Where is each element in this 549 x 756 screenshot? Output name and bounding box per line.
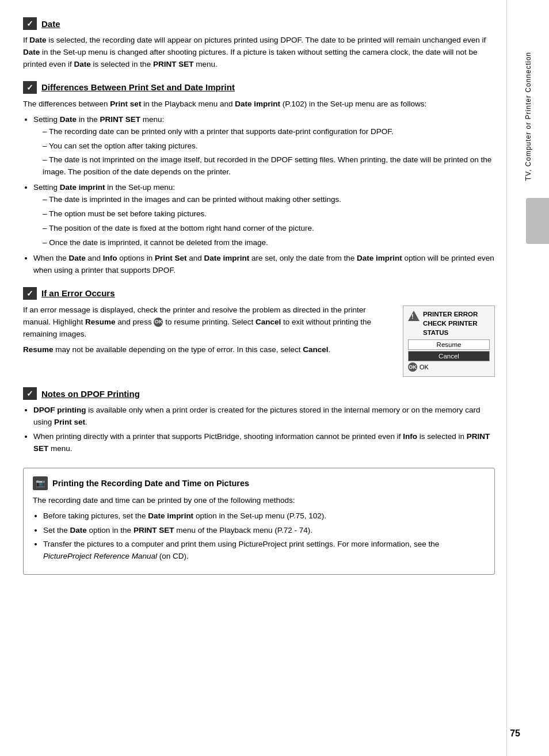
differences-title: Differences Between Print Set and Date I… <box>41 82 235 92</box>
error-body-container: If an error message is displayed, check … <box>23 304 495 377</box>
page-number: 75 <box>510 728 520 739</box>
error-para2: Resume may not be available depending on… <box>23 344 394 356</box>
list-item: The date is not imprinted on the image i… <box>43 154 495 178</box>
list-item: Set the Date option in the PRINT SET men… <box>43 525 485 537</box>
list-item: When the Date and Info options in Print … <box>33 253 495 277</box>
printer-cancel-item[interactable]: Cancel <box>408 351 490 361</box>
error-text-block: If an error message is displayed, check … <box>23 304 394 360</box>
sidebar-label: TV, Computer or Printer Connection <box>524 52 532 181</box>
list-item: The option must be set before taking pic… <box>43 208 495 220</box>
sidebar: TV, Computer or Printer Connection <box>506 0 549 756</box>
list-item: Before taking pictures, set the Date imp… <box>43 510 485 522</box>
error-para1: If an error message is displayed, check … <box>23 304 394 341</box>
warning-icon <box>408 311 420 321</box>
differences-intro: The differences between Print set in the… <box>23 98 495 110</box>
recording-date-list: Before taking pictures, set the Date imp… <box>43 510 485 563</box>
list-item: You can set the option after taking pict… <box>43 140 495 152</box>
printer-error-dialog: PRINTER ERROR CHECK PRINTER STATUS Resum… <box>403 306 495 377</box>
list-item: Setting Date in the PRINT SET menu: The … <box>33 114 495 179</box>
date-title: Date <box>41 19 60 29</box>
dpof-title: Notes on DPOF Printing <box>41 389 140 399</box>
error-title: If an Error Occurs <box>41 288 115 298</box>
recording-date-intro: The recording date and time can be print… <box>33 495 485 507</box>
camera-icon <box>33 476 48 490</box>
list-item: DPOF printing is available only when a p… <box>33 404 495 429</box>
list-item: Setting Date imprint in the Set-up menu:… <box>33 182 495 249</box>
dpof-section-heading: Notes on DPOF Printing <box>23 387 495 400</box>
check-icon-date <box>23 17 37 30</box>
list-item: Once the date is imprinted, it cannot be… <box>43 237 495 249</box>
printer-ok-row: OK OK <box>408 362 490 372</box>
recording-date-heading: Printing the Recording Date and Time on … <box>33 476 485 490</box>
list-item: The position of the date is fixed at the… <box>43 223 495 235</box>
sidebar-tab <box>526 198 549 244</box>
differences-list: Setting Date in the PRINT SET menu: The … <box>33 114 495 277</box>
list-item: The recording date can be printed only w… <box>43 126 495 138</box>
recording-date-title: Printing the Recording Date and Time on … <box>52 479 249 488</box>
list-item: When printing directly with a printer th… <box>33 431 495 455</box>
list-item: The date is imprinted in the images and … <box>43 194 495 206</box>
ok-button-icon: OK <box>154 318 163 327</box>
dpof-list: DPOF printing is available only when a p… <box>33 404 495 455</box>
printer-error-text: PRINTER ERROR CHECK PRINTER STATUS <box>423 310 490 337</box>
list-item: Transfer the pictures to a computer and … <box>43 539 485 563</box>
ok-label-text: OK <box>420 364 429 371</box>
printer-resume-item[interactable]: Resume <box>408 339 490 350</box>
ok-circle-icon: OK <box>408 362 417 372</box>
error-section-heading: If an Error Occurs <box>23 287 495 300</box>
check-icon-differences <box>23 81 37 94</box>
date-section-heading: Date <box>23 17 495 30</box>
check-icon-error <box>23 287 37 300</box>
check-icon-dpof <box>23 387 37 400</box>
main-content: Date If Date is selected, the recording … <box>0 0 506 756</box>
date-body: If Date is selected, the recording date … <box>23 35 495 71</box>
printer-error-header: PRINTER ERROR CHECK PRINTER STATUS <box>408 310 490 337</box>
recording-date-note-box: Printing the Recording Date and Time on … <box>23 468 495 575</box>
differences-section-heading: Differences Between Print Set and Date I… <box>23 81 495 94</box>
